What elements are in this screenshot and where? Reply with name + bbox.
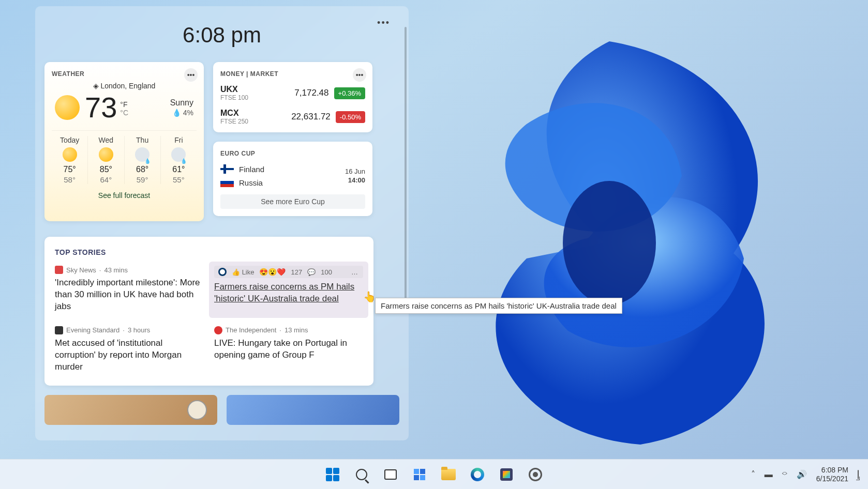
story-headline: Met accused of 'institutional corruption… <box>55 338 204 373</box>
chevron-up-icon[interactable]: ˄ <box>751 469 755 479</box>
settings-button[interactable] <box>528 467 543 482</box>
market-more-icon[interactable]: ••• <box>353 68 366 82</box>
reaction-count: 127 <box>291 268 302 276</box>
forecast-day[interactable]: Fri 61°55° <box>161 136 197 184</box>
forecast-day[interactable]: Wed 85°64° <box>88 136 124 184</box>
search-button[interactable] <box>354 467 369 482</box>
notifications-icon[interactable] <box>858 470 859 479</box>
like-button[interactable]: 👍 Like <box>232 268 254 276</box>
see-more-eurocup-link[interactable]: See more Euro Cup <box>220 194 365 209</box>
taskview-button[interactable] <box>383 467 398 482</box>
taskbar: ˄ ▬ ⌔ 🔊 6:08 PM6/15/2021 <box>0 459 868 489</box>
market-widget[interactable]: MONEY | MARKET ••• UKXFTSE 100 7,172.48+… <box>213 62 372 132</box>
story-item[interactable]: 👍 Like 😍😮❤️ 127 💬 100 … Farmers raise co… <box>209 262 368 318</box>
market-row[interactable]: MCXFTSE 250 22,631.72-0.50% <box>220 109 365 125</box>
panel-clock: 6:08 pm <box>44 23 399 48</box>
volume-icon[interactable]: 🔊 <box>797 469 807 479</box>
battery-icon[interactable]: ▬ <box>765 470 773 479</box>
team-row: Russia <box>220 178 264 187</box>
team-row: Finland <box>220 164 264 174</box>
russia-flag-icon <box>220 178 234 187</box>
evening-standard-icon <box>55 326 63 334</box>
market-row[interactable]: UKXFTSE 100 7,172.48+0.36% <box>220 85 365 101</box>
story-item[interactable]: The Independent · 13 mins LIVE: Hungary … <box>214 326 363 373</box>
svg-point-0 <box>563 181 656 305</box>
story-item[interactable]: Evening Standard · 3 hours Met accused o… <box>55 326 204 373</box>
eurocup-title: EURO CUP <box>220 150 365 157</box>
store-button[interactable] <box>499 467 514 482</box>
see-full-forecast-link[interactable]: See full forecast <box>98 191 150 200</box>
top-stories-widget: TOP STORIES Sky News · 43 mins 'Incredib… <box>44 237 373 386</box>
sun-icon <box>55 95 80 120</box>
hover-tooltip: Farmers raise concerns as PM hails 'hist… <box>375 298 622 314</box>
weather-title: WEATHER <box>52 70 197 78</box>
panel-more-icon[interactable]: ••• <box>377 18 390 28</box>
skynews-icon <box>55 266 63 274</box>
guardian-icon <box>218 268 227 276</box>
wifi-icon[interactable]: ⌔ <box>782 470 787 479</box>
finland-flag-icon <box>220 164 234 174</box>
story-more-icon[interactable]: … <box>351 268 359 276</box>
weather-condition: Sunny 💧 4% <box>170 98 193 117</box>
story-thumbnail[interactable] <box>44 395 217 425</box>
file-explorer-button[interactable] <box>441 467 456 482</box>
weather-more-icon[interactable]: ••• <box>184 68 198 82</box>
more-stories-thumbs <box>44 395 399 425</box>
story-headline: Farmers raise concerns as PM hails 'hist… <box>214 281 363 305</box>
forecast-row: Today 75°58° Wed 85°64° Thu 68°59° Fri 6… <box>52 130 197 184</box>
forecast-day[interactable]: Thu 68°59° <box>125 136 161 184</box>
forecast-day[interactable]: Today 75°58° <box>52 136 88 184</box>
reactions-icon[interactable]: 😍😮❤️ <box>259 268 286 276</box>
temp-units[interactable]: °F °C <box>120 100 128 117</box>
comment-count: 100 <box>321 268 332 276</box>
edge-button[interactable] <box>470 467 485 482</box>
story-thumbnail[interactable] <box>227 395 399 425</box>
story-headline: 'Incredibly important milestone': More t… <box>55 277 204 313</box>
start-button[interactable] <box>325 467 340 482</box>
story-item[interactable]: Sky News · 43 mins 'Incredibly important… <box>55 266 204 313</box>
match-time: 16 Jun14:00 <box>345 167 365 184</box>
taskbar-clock[interactable]: 6:08 PM6/15/2021 <box>816 466 848 483</box>
pointer-cursor-icon: 👆 <box>363 291 376 303</box>
widgets-button[interactable] <box>412 467 427 482</box>
eurocup-widget[interactable]: EURO CUP Finland Russia 16 Jun14:00 See … <box>213 142 372 216</box>
widgets-panel: ••• 6:08 pm WEATHER ••• ◈ London, Englan… <box>35 6 409 440</box>
weather-widget[interactable]: WEATHER ••• ◈ London, England 73 °F °C S… <box>44 62 204 221</box>
story-headline: LIVE: Hungary take on Portugal in openin… <box>214 338 363 361</box>
market-title: MONEY | MARKET <box>220 70 365 78</box>
weather-location: ◈ London, England <box>52 82 197 90</box>
comment-icon[interactable]: 💬 <box>307 268 316 276</box>
desktop-wallpaper <box>371 21 837 465</box>
weather-temp: 73 <box>85 93 117 122</box>
stories-title: TOP STORIES <box>55 248 363 256</box>
independent-icon <box>214 326 222 334</box>
